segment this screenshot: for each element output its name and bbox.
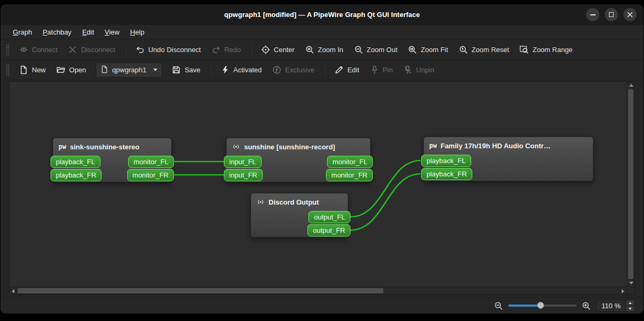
node-family-hd-audio[interactable]: pw Family 17h/19h HD Audio Contr… playba… [423, 137, 593, 181]
zoom-in-label: Zoom In [318, 46, 344, 54]
scroll-left-arrow[interactable] [12, 289, 14, 293]
open-button[interactable]: Open [51, 62, 91, 78]
undo-disconnect-button[interactable]: Undo Disconnect [130, 42, 206, 57]
toolbar-separator [210, 64, 211, 76]
port-in[interactable]: playback_FR [51, 169, 102, 181]
zoom-fit-button[interactable]: Zoom Fit [403, 42, 453, 57]
zoom-reset-button[interactable]: Zoom Reset [454, 42, 515, 57]
zoom-out-label: Zoom Out [367, 46, 398, 54]
zoom-range-button[interactable]: Zoom Range [514, 42, 578, 57]
activated-button[interactable]: Activated [215, 62, 267, 78]
port-out[interactable]: output_FR [307, 224, 350, 236]
disconnect-button[interactable]: Disconnect [63, 42, 120, 57]
port-in[interactable]: input_FR [224, 169, 263, 181]
toolbar-grip[interactable] [6, 64, 10, 76]
new-button[interactable]: New [14, 62, 51, 78]
menu-graph[interactable]: Graph [8, 26, 37, 38]
zoom-slider[interactable] [508, 301, 576, 310]
menubar: Graph Patchbay Edit View Help [1, 25, 643, 40]
port-out[interactable]: monitor_FR [326, 169, 373, 181]
menu-patchbay[interactable]: Patchbay [38, 26, 76, 38]
port-out[interactable]: monitor_FL [327, 156, 373, 168]
edit-button[interactable]: Edit [329, 62, 364, 78]
zoom-reset-label: Zoom Reset [472, 46, 509, 54]
node-header[interactable]: pw Family 17h/19h HD Audio Contr… [424, 137, 593, 154]
close-button[interactable] [623, 8, 637, 21]
node-header[interactable]: pw sink-sunshine-stereo [53, 138, 171, 155]
port-in[interactable]: playback_FL [51, 156, 101, 168]
node-sunshine-record[interactable]: sunshine [sunshine-record] input_FL moni… [226, 138, 371, 182]
horizontal-scroll-handle[interactable] [18, 288, 383, 293]
zoom-value: 110 % [597, 300, 625, 311]
speaker-icon [256, 198, 265, 206]
scroll-right-arrow[interactable] [622, 289, 624, 293]
node-discord-output[interactable]: Discord Output output_FL output_FR [250, 193, 348, 238]
lightning-bolt-icon [221, 65, 230, 74]
zoom-in-icon [305, 45, 314, 54]
port-out[interactable]: output_FL [308, 211, 350, 223]
toolbar-separator [250, 44, 252, 56]
window-controls [586, 4, 637, 25]
port-in[interactable]: playback_FR [421, 168, 472, 180]
pin-button[interactable]: Pin [365, 62, 398, 78]
zoom-spin-down-button[interactable] [626, 306, 634, 311]
close-icon [627, 10, 633, 20]
zoom-spin-up-button[interactable] [626, 300, 634, 306]
vertical-scroll-handle[interactable] [628, 89, 633, 279]
exclusive-button[interactable]: Exclusive [267, 62, 320, 78]
minimize-icon [590, 14, 596, 15]
maximize-icon [609, 12, 614, 17]
node-header[interactable]: sunshine [sunshine-record] [227, 138, 370, 155]
chevron-down-icon [153, 69, 157, 71]
open-label: Open [69, 66, 86, 74]
connect-button[interactable]: Connect [14, 42, 63, 57]
pin-icon [370, 65, 379, 74]
node-title: Discord Output [269, 198, 319, 206]
horizontal-scrollbar[interactable] [10, 286, 626, 294]
vertical-scrollbar[interactable] [626, 82, 634, 286]
port-in[interactable]: playback_FL [421, 155, 471, 167]
save-button[interactable]: Save [166, 62, 206, 78]
unpin-button[interactable]: Unpin [398, 62, 439, 78]
zoom-reset-icon [459, 45, 468, 54]
node-header[interactable]: Discord Output [251, 193, 348, 210]
node-title: Family 17h/19h HD Audio Contr… [440, 142, 550, 150]
center-button[interactable]: Center [256, 42, 300, 57]
zoom-in-icon [582, 301, 591, 310]
port-out[interactable]: monitor_FL [128, 156, 174, 168]
scroll-up-arrow[interactable] [629, 84, 633, 87]
menu-help[interactable]: Help [126, 26, 149, 38]
patchbay-file-value: qpwgraph1 [112, 66, 146, 74]
menu-edit[interactable]: Edit [77, 26, 98, 38]
zoom-out-button[interactable]: Zoom Out [349, 42, 403, 57]
scroll-down-arrow[interactable] [629, 282, 633, 284]
toolbar-grip[interactable] [6, 44, 10, 56]
speaker-icon [232, 142, 240, 151]
save-label: Save [185, 66, 200, 74]
zoom-range-icon [520, 45, 529, 54]
zoom-out-icon [354, 45, 363, 54]
connect-icon [19, 45, 28, 54]
redo-button[interactable]: Redo [206, 42, 246, 57]
exclusive-icon [272, 65, 281, 74]
graph-canvas[interactable]: pw sink-sunshine-stereo playback_FL moni… [10, 82, 626, 286]
minimize-button[interactable] [586, 8, 599, 21]
titlebar[interactable]: qpwgraph1 [modified] — A PipeWire Graph … [1, 4, 643, 25]
graph-toolbar: Connect Disconnect Undo Disconnect Redo … [1, 40, 643, 60]
menu-view[interactable]: View [100, 26, 124, 38]
zoom-out-icon [494, 301, 503, 310]
port-out[interactable]: monitor_FR [127, 169, 174, 181]
maximize-button[interactable] [605, 8, 618, 21]
down-arrow-icon [629, 308, 632, 310]
zoom-slider-handle[interactable] [537, 302, 544, 309]
pencil-icon [334, 65, 344, 74]
disconnect-label: Disconnect [81, 46, 115, 54]
patchbay-file-combobox[interactable]: qpwgraph1 [96, 63, 162, 78]
scrollbar-corner [626, 286, 634, 294]
zoom-in-button[interactable]: Zoom In [300, 42, 349, 57]
node-sink-sunshine-stereo[interactable]: pw sink-sunshine-stereo playback_FL moni… [53, 138, 172, 182]
zoom-spinbox[interactable]: 110 % [596, 300, 635, 312]
port-in[interactable]: input_FL [224, 156, 262, 168]
toolbar-separator [125, 44, 126, 56]
activated-label: Activated [233, 66, 262, 74]
